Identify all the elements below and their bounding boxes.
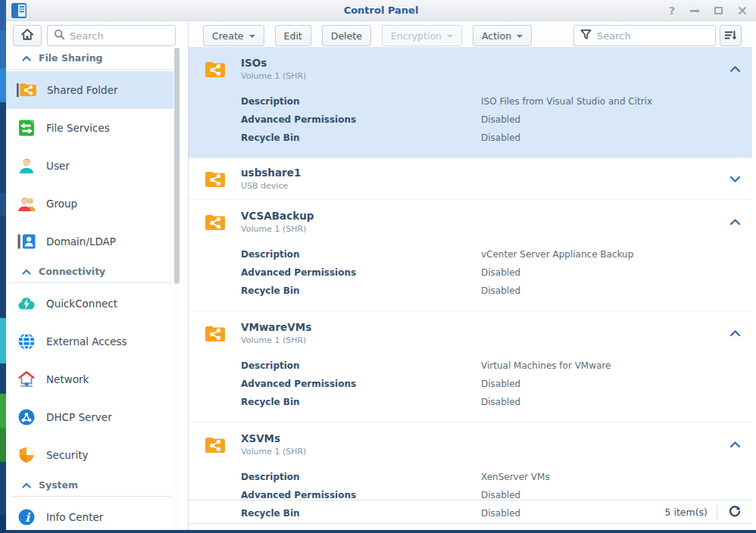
collapse-toggle[interactable] — [728, 326, 742, 340]
sidebar-item-file-services[interactable]: File Services — [6, 109, 173, 147]
detail-row: Description vCenter Server Appliance Bac… — [189, 245, 752, 263]
sidebar-section-file-sharing[interactable]: File Sharing — [11, 47, 172, 70]
folder-name: ISOs — [241, 57, 306, 69]
sidebar-item-dhcp-server[interactable]: DHCP Server — [6, 398, 173, 436]
chevron-up-icon — [729, 218, 741, 226]
minimize-button[interactable] — [690, 10, 699, 12]
home-button[interactable] — [13, 25, 42, 46]
folder-details: Description Virtual Machines for VMware … — [189, 355, 752, 422]
sidebar-item-info-center[interactable]: i Info Center — [6, 498, 173, 533]
title-bar: Control Panel ? — [6, 0, 756, 21]
sidebar-item-user[interactable]: User — [6, 147, 173, 185]
group-icon — [17, 194, 36, 214]
collapse-toggle[interactable] — [728, 215, 742, 229]
collapse-chevron-icon — [22, 55, 31, 61]
maximize-button[interactable] — [714, 7, 723, 14]
sidebar-section-connectivity[interactable]: Connectivity — [11, 260, 172, 283]
collapse-toggle[interactable] — [728, 62, 742, 76]
help-button[interactable]: ? — [669, 5, 675, 16]
app-icon — [11, 2, 27, 19]
sidebar-scrollbar-thumb[interactable] — [174, 48, 180, 284]
sidebar-search-input[interactable] — [70, 30, 169, 42]
section-label: System — [39, 479, 78, 491]
chevron-up-icon — [729, 65, 741, 73]
sidebar-item-quickconnect[interactable]: QuickConnect — [6, 285, 173, 323]
desktop-edge — [0, 0, 6, 533]
folder-name: XSVMs — [241, 432, 306, 444]
folder-row-usbshare1[interactable]: usbshare1 USB device — [189, 158, 752, 200]
folder-header[interactable]: ISOs Volume 1 (SHR) — [189, 47, 752, 91]
encryption-button[interactable]: Encryption — [382, 25, 462, 46]
footer-divider — [717, 505, 717, 519]
external-access-icon — [17, 332, 36, 351]
dropdown-caret-icon — [249, 35, 255, 38]
collapse-toggle[interactable] — [728, 438, 742, 451]
folder-row-isos[interactable]: ISOs Volume 1 (SHR) Description ISO File… — [189, 47, 752, 158]
list-footer: 5 item(s) — [189, 500, 752, 524]
network-icon — [17, 369, 36, 389]
detail-row: Description Virtual Machines for VMware — [189, 357, 752, 375]
expand-toggle[interactable] — [728, 172, 742, 185]
quickconnect-icon — [17, 294, 36, 313]
collapse-chevron-icon — [22, 482, 31, 488]
sidebar-item-shared-folder[interactable]: Shared Folder — [6, 71, 173, 109]
shared-folder-icon — [203, 321, 227, 345]
folder-header[interactable]: VCSABackup Volume 1 (SHR) — [189, 200, 752, 244]
folder-subtitle: Volume 1 (SHR) — [241, 335, 311, 345]
search-icon — [54, 29, 65, 43]
edit-button[interactable]: Edit — [275, 25, 311, 46]
sidebar-item-domain-ldap[interactable]: Domain/LDAP — [6, 223, 173, 260]
detail-row: Description ISO Files from Visual Studio… — [189, 92, 752, 111]
item-count: 5 item(s) — [665, 507, 708, 518]
sidebar-scrollbar-track[interactable] — [173, 48, 180, 530]
dropdown-caret-icon — [517, 35, 523, 38]
folder-subtitle: Volume 1 (SHR) — [241, 71, 306, 81]
chevron-down-icon — [729, 175, 741, 182]
dropdown-caret-icon — [447, 35, 453, 38]
section-label: Connectivity — [39, 266, 105, 277]
create-button[interactable]: Create — [203, 25, 264, 46]
collapse-chevron-icon — [22, 269, 31, 275]
filter-search — [573, 25, 716, 46]
shared-folder-icon — [203, 210, 227, 234]
shared-folder-icon — [203, 432, 227, 457]
filter-search-input[interactable] — [597, 30, 709, 42]
chevron-up-icon — [729, 329, 741, 337]
filter-icon — [580, 29, 592, 43]
detail-row: Recycle Bin Disabled — [189, 129, 752, 147]
sort-icon — [724, 30, 737, 42]
shared-folder-icon — [203, 57, 227, 81]
close-button[interactable] — [738, 6, 747, 15]
folder-subtitle: Volume 1 (SHR) — [241, 447, 306, 457]
folder-details: Description vCenter Server Appliance Bac… — [189, 244, 752, 310]
sidebar-item-security[interactable]: Security — [6, 436, 173, 474]
dhcp-server-icon — [17, 407, 36, 427]
info-center-icon: i — [17, 507, 36, 527]
sort-button[interactable] — [720, 25, 742, 46]
delete-button[interactable]: Delete — [322, 25, 371, 46]
folder-name: VMwareVMs — [241, 321, 311, 333]
folder-subtitle: USB device — [241, 181, 301, 191]
folder-header[interactable]: XSVMs Volume 1 (SHR) — [189, 422, 752, 466]
folder-row-vmwarevms[interactable]: VMwareVMs Volume 1 (SHR) Description Vir… — [189, 311, 752, 422]
shared-folder-icon — [17, 80, 37, 100]
sidebar-item-external-access[interactable]: External Access — [6, 323, 173, 360]
folder-name: usbshare1 — [241, 167, 301, 179]
folder-subtitle: Volume 1 (SHR) — [241, 224, 314, 234]
detail-row: Advanced Permissions Disabled — [189, 263, 752, 282]
shared-folder-list: ISOs Volume 1 (SHR) Description ISO File… — [189, 47, 752, 533]
folder-header[interactable]: usbshare1 USB device — [189, 158, 752, 199]
detail-row: Description XenServer VMs — [189, 468, 752, 486]
sidebar-item-network[interactable]: Network — [6, 360, 173, 398]
sidebar-section-system[interactable]: System — [11, 474, 172, 497]
detail-row: Advanced Permissions Disabled — [189, 111, 752, 129]
control-panel-window: Control Panel ? — [6, 0, 756, 530]
refresh-button[interactable] — [726, 503, 743, 520]
detail-row: Recycle Bin Disabled — [189, 282, 752, 300]
folder-row-vcsabackup[interactable]: VCSABackup Volume 1 (SHR) Description vC… — [189, 200, 752, 311]
sidebar-item-group[interactable]: Group — [6, 185, 173, 223]
folder-header[interactable]: VMwareVMs Volume 1 (SHR) — [189, 311, 752, 355]
action-button[interactable]: Action — [473, 25, 532, 46]
file-services-icon — [17, 118, 36, 138]
toolbar: Create Edit Delete Encryption Action — [189, 21, 756, 47]
